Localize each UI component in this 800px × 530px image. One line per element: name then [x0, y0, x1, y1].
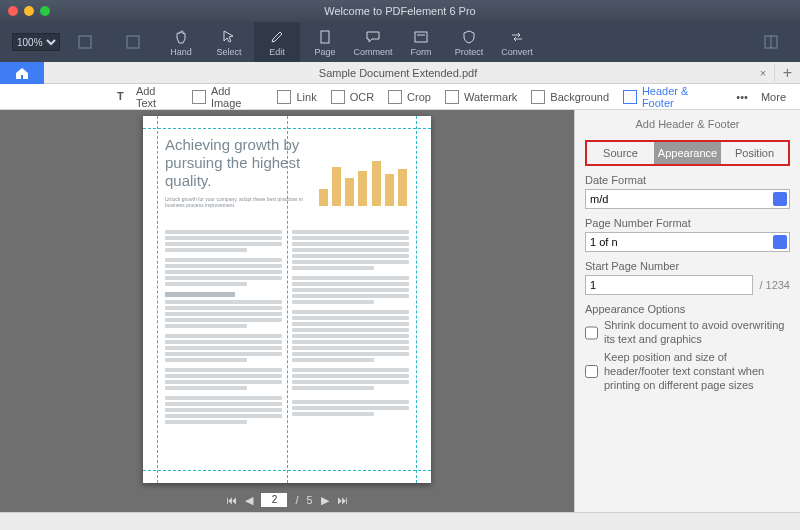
zoom-select[interactable]: 100%	[12, 33, 60, 51]
svg-rect-0	[79, 36, 91, 48]
page-chart	[317, 150, 409, 206]
ribbon-item-comment[interactable]: Comment	[350, 22, 396, 62]
status-bar	[0, 512, 800, 530]
close-tab-button[interactable]: ×	[752, 67, 774, 79]
ribbon-item-tool2[interactable]	[110, 22, 156, 62]
first-page-button[interactable]: ⏮	[226, 494, 237, 506]
shrink-checkbox[interactable]	[585, 319, 598, 347]
layout-icon	[762, 33, 780, 51]
page-navigator: ⏮ ◀ 2 / 5 ▶ ⏭	[226, 489, 347, 512]
ribbon-item-hand[interactable]: Hand	[158, 22, 204, 62]
svg-rect-2	[321, 31, 329, 43]
watermark-icon	[445, 90, 459, 104]
date-format-label: Date Format	[585, 174, 790, 186]
link-button[interactable]: Link	[277, 90, 316, 104]
comment-icon	[364, 28, 382, 46]
tab-source[interactable]: Source	[587, 142, 654, 164]
ribbon-item-page[interactable]: Page	[302, 22, 348, 62]
ribbon-item-select[interactable]: Select	[206, 22, 252, 62]
ribbon-item-tool1[interactable]	[62, 22, 108, 62]
page-number-format-label: Page Number Format	[585, 217, 790, 229]
home-button[interactable]	[0, 62, 44, 84]
ribbon-item-convert[interactable]: Convert	[494, 22, 540, 62]
keep-position-checkbox[interactable]	[585, 351, 598, 393]
background-icon	[531, 90, 545, 104]
ribbon-item-edit[interactable]: Edit	[254, 22, 300, 62]
header-footer-panel: Add Header & Footer Source Appearance Po…	[574, 110, 800, 512]
convert-icon	[508, 28, 526, 46]
prev-page-button[interactable]: ◀	[245, 494, 253, 507]
page-number-format-select[interactable]: 1 of n	[585, 232, 790, 252]
panel-title: Add Header & Footer	[585, 118, 790, 130]
page-number-input[interactable]: 2	[261, 493, 287, 507]
page-subtitle: Unlock growth for your company, adopt th…	[165, 196, 305, 208]
last-page-button[interactable]: ⏭	[337, 494, 348, 506]
text-icon: T	[117, 90, 131, 104]
ocr-button[interactable]: OCR	[331, 90, 374, 104]
start-page-input[interactable]	[585, 275, 753, 295]
header-footer-button[interactable]: Header & Footer	[623, 85, 722, 109]
background-button[interactable]: Background	[531, 90, 609, 104]
more-button[interactable]: ••• More	[736, 91, 786, 103]
svg-rect-3	[415, 32, 427, 42]
appearance-options-label: Appearance Options	[585, 303, 790, 315]
image-icon	[192, 90, 206, 104]
window-title: Welcome to PDFelement 6 Pro	[0, 5, 800, 17]
zoom-control[interactable]: 100%	[12, 33, 60, 51]
start-page-label: Start Page Number	[585, 260, 790, 272]
document-tabbar: Sample Document Extended.pdf × +	[0, 62, 800, 84]
form-icon	[412, 28, 430, 46]
date-format-select[interactable]: m/d	[585, 189, 790, 209]
header-footer-icon	[623, 90, 637, 104]
crop-button[interactable]: Crop	[388, 90, 431, 104]
ribbon: 100% Hand Select Edit Page Comment Form …	[0, 22, 800, 62]
ocr-icon	[331, 90, 345, 104]
page-preview: Achieving growth by pursuing the highest…	[143, 116, 431, 483]
titlebar: Welcome to PDFelement 6 Pro	[0, 0, 800, 22]
page-heading: Achieving growth by pursuing the highest…	[165, 136, 325, 190]
ribbon-item-layout[interactable]	[748, 22, 794, 62]
start-page-preview: / 1234	[759, 279, 790, 291]
document-tab[interactable]: Sample Document Extended.pdf	[44, 67, 752, 79]
ribbon-item-form[interactable]: Form	[398, 22, 444, 62]
add-text-button[interactable]: TAdd Text	[117, 85, 178, 109]
document-canvas[interactable]: Achieving growth by pursuing the highest…	[0, 110, 574, 512]
ribbon-item-protect[interactable]: Protect	[446, 22, 492, 62]
link-icon	[277, 90, 291, 104]
crop-icon	[388, 90, 402, 104]
shrink-option[interactable]: Shrink document to avoid overwriting its…	[585, 318, 790, 347]
next-page-button[interactable]: ▶	[321, 494, 329, 507]
edit-toolbar: TAdd Text Add Image Link OCR Crop Waterm…	[0, 84, 800, 110]
keep-position-option[interactable]: Keep position and size of header/footer …	[585, 350, 790, 393]
panel-tabs: Source Appearance Position	[585, 140, 790, 166]
page-total: 5	[306, 494, 312, 506]
hand-icon	[172, 28, 190, 46]
tab-appearance[interactable]: Appearance	[654, 142, 721, 164]
add-image-button[interactable]: Add Image	[192, 85, 263, 109]
page-icon	[316, 28, 334, 46]
svg-rect-1	[127, 36, 139, 48]
new-tab-button[interactable]: +	[774, 64, 800, 82]
shield-icon	[460, 28, 478, 46]
edit-icon	[268, 28, 286, 46]
watermark-button[interactable]: Watermark	[445, 90, 517, 104]
tab-position[interactable]: Position	[721, 142, 788, 164]
home-icon	[14, 66, 30, 80]
ellipsis-icon: •••	[736, 91, 748, 103]
cursor-icon	[220, 28, 238, 46]
